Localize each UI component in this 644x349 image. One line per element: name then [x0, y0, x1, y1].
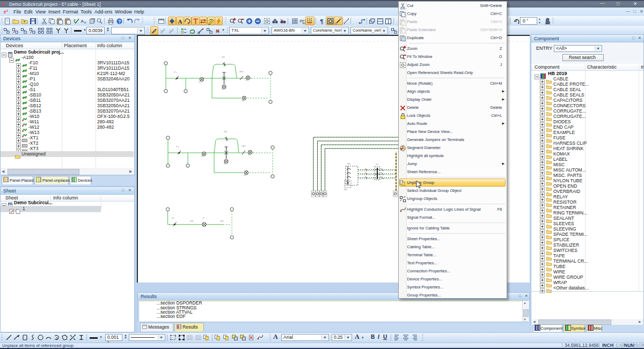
svg-text:-XW: -XW: [189, 220, 194, 222]
svg-text:-P: -P: [202, 217, 204, 219]
svg-text:-H2: -H2: [241, 99, 245, 102]
svg-text:-W1: -W1: [347, 162, 351, 165]
svg-text:P: P: [299, 19, 302, 24]
svg-text:-SB1: -SB1: [241, 145, 246, 147]
svg-text:-S1: -S1: [198, 80, 202, 83]
svg-text:-M1: -M1: [343, 188, 348, 191]
svg-text:-H1: -H1: [245, 79, 249, 81]
svg-text:-SB: -SB: [221, 56, 225, 58]
svg-text:-SB: -SB: [223, 130, 227, 133]
svg-text:-S1: -S1: [200, 155, 204, 158]
svg-text:-H1: -H1: [247, 153, 251, 156]
svg-text:-K1: -K1: [223, 162, 227, 165]
svg-text:v: v: [84, 20, 86, 25]
svg-text:a: a: [74, 18, 76, 21]
svg-text:-K1: -K1: [375, 163, 379, 166]
svg-text:-F1: -F1: [175, 145, 179, 148]
svg-text:¶: ¶: [320, 18, 323, 25]
svg-text:-W: -W: [171, 217, 174, 219]
svg-text:-K1: -K1: [221, 88, 225, 91]
svg-text:-H2: -H2: [243, 174, 247, 176]
svg-text:-F1: -F1: [173, 71, 177, 73]
svg-text:-XW: -XW: [219, 220, 224, 222]
svg-text:A: A: [178, 18, 182, 24]
svg-text:?: ?: [118, 18, 121, 24]
svg-text:-SB1: -SB1: [239, 70, 244, 73]
